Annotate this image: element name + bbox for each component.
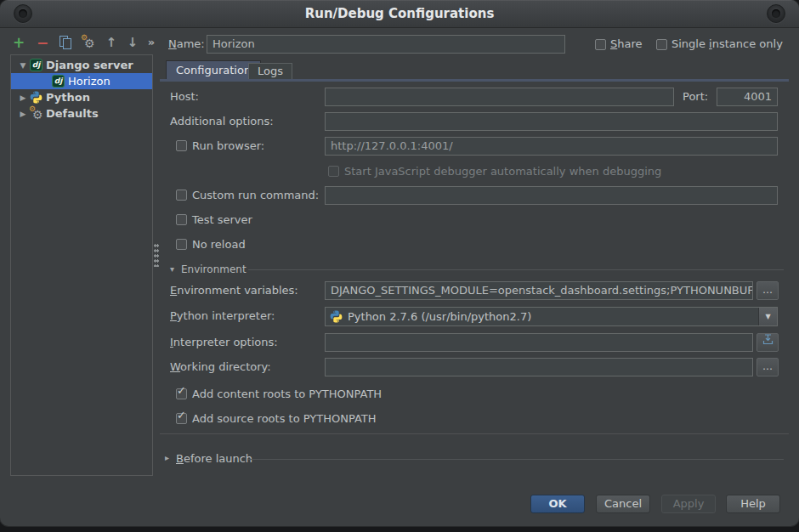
configurations-tree: ▼ dj Django server dj Horizon ▶ Python ▶… <box>10 54 153 476</box>
collapse-icon[interactable]: ▼ <box>18 61 28 70</box>
window-control-right-icon[interactable] <box>767 4 785 23</box>
remove-configuration-icon[interactable]: − <box>34 34 51 51</box>
environment-collapse-icon[interactable]: ▾ <box>170 263 174 275</box>
tree-item-django-server[interactable]: ▼ dj Django server <box>11 57 152 73</box>
title-bar[interactable]: Run/Debug Configurations <box>0 0 799 28</box>
share-checkbox[interactable] <box>595 39 606 50</box>
environment-variables-browse-button[interactable]: … <box>756 281 779 300</box>
tree-item-label: Horizon <box>68 75 110 88</box>
django-icon: dj <box>30 59 42 71</box>
dialog-title: Run/Debug Configurations <box>0 6 799 21</box>
port-label: Port: <box>683 88 708 106</box>
name-input[interactable]: Horizon <box>207 35 565 54</box>
expand-icon[interactable]: ▶ <box>18 93 28 102</box>
python-interpreter-label: Python interpreter: <box>170 307 275 325</box>
port-input[interactable]: 4001 <box>717 88 778 106</box>
tree-item-label: Defaults <box>46 107 99 120</box>
interpreter-options-label: Interpreter options: <box>170 333 278 352</box>
copy-configuration-icon[interactable] <box>60 36 73 50</box>
js-debugger-checkbox[interactable] <box>328 166 339 177</box>
add-content-roots-checkbox[interactable]: ✓ <box>176 388 187 399</box>
additional-options-label: Additional options: <box>170 112 274 131</box>
no-reload-label: No reload <box>192 235 246 254</box>
move-up-icon[interactable]: ↑ <box>104 34 119 51</box>
working-directory-browse-button[interactable]: … <box>756 358 779 376</box>
panel-splitter-handle[interactable] <box>154 243 159 267</box>
run-browser-checkbox[interactable] <box>176 140 187 151</box>
before-launch-separator <box>248 459 784 460</box>
python-interpreter-select[interactable]: Python 2.7.6 (/usr/bin/python2.7) ▼ <box>325 307 778 326</box>
interpreter-options-input[interactable] <box>325 333 753 352</box>
add-source-roots-checkbox[interactable]: ✓ <box>176 413 187 424</box>
add-configuration-icon[interactable]: + <box>10 34 27 51</box>
tree-item-horizon[interactable]: dj Horizon <box>11 73 152 89</box>
share-label: Share <box>610 35 643 54</box>
add-content-roots-label: Add content roots to PYTHONPATH <box>192 385 382 404</box>
interpreter-options-expand-button[interactable] <box>756 333 779 352</box>
dropdown-arrow-icon[interactable]: ▼ <box>758 308 777 325</box>
run-browser-label: Run browser: <box>192 137 264 156</box>
expand-icon[interactable]: ▶ <box>18 110 28 118</box>
no-reload-checkbox[interactable] <box>176 239 187 250</box>
single-instance-label: Single instance only <box>672 35 783 54</box>
name-label: Name: <box>168 35 205 54</box>
custom-run-command-label: Custom run command: <box>192 186 319 205</box>
help-button[interactable]: Help <box>726 495 780 513</box>
host-label: Host: <box>170 88 199 106</box>
move-down-icon[interactable]: ↓ <box>125 34 140 51</box>
python-icon <box>330 310 343 326</box>
js-debugger-label: Start JavaScript debugger automatically … <box>344 162 661 181</box>
more-actions-icon[interactable]: » <box>144 34 158 51</box>
apply-button[interactable]: Apply <box>661 495 716 513</box>
additional-options-input[interactable] <box>325 112 778 131</box>
custom-run-command-input[interactable] <box>325 186 778 205</box>
single-instance-checkbox[interactable] <box>656 39 667 50</box>
environment-variables-label: Environment variables: <box>170 281 298 300</box>
run-debug-configurations-dialog: Run/Debug Configurations + − ⚙ ⚙ ↑ ↓ » N… <box>0 0 799 526</box>
tree-item-label: Django server <box>46 59 133 71</box>
python-interpreter-value: Python 2.7.6 (/usr/bin/python2.7) <box>348 308 531 325</box>
before-launch-label[interactable]: Before launch <box>176 450 252 468</box>
defaults-settings-icon: ⚙ ⚙ <box>30 107 42 120</box>
edit-defaults-icon[interactable]: ⚙ ⚙ <box>81 35 98 51</box>
ok-button[interactable]: OK <box>530 495 585 513</box>
add-source-roots-label: Add source roots to PYTHONPATH <box>192 410 377 428</box>
environment-variables-input[interactable]: DJANGO_SETTINGS_MODULE=openstack_dashboa… <box>325 281 753 300</box>
tab-underline <box>160 79 789 82</box>
host-input[interactable] <box>325 88 674 106</box>
custom-run-command-checkbox[interactable] <box>176 190 187 201</box>
django-icon: dj <box>52 75 65 88</box>
panel-bottom-border <box>160 433 789 434</box>
expand-field-icon <box>762 334 774 345</box>
tree-item-label: Python <box>46 91 90 104</box>
test-server-checkbox[interactable] <box>176 214 187 225</box>
python-icon <box>30 91 42 104</box>
tree-item-defaults[interactable]: ▶ ⚙ ⚙ Defaults <box>11 105 152 122</box>
test-server-label: Test server <box>192 211 252 229</box>
cancel-button[interactable]: Cancel <box>596 495 650 513</box>
working-directory-input[interactable] <box>325 358 753 376</box>
working-directory-label: Working directory: <box>170 358 271 376</box>
before-launch-expand-icon[interactable]: ▸ <box>165 452 169 464</box>
environment-section-label[interactable]: Environment <box>181 263 246 276</box>
run-browser-url-input[interactable]: http://127.0.0.1:4001/ <box>325 137 778 156</box>
tab-logs[interactable]: Logs <box>248 63 292 79</box>
tab-configuration[interactable]: Configuration <box>166 60 261 79</box>
tree-item-python[interactable]: ▶ Python <box>11 89 152 105</box>
environment-separator <box>248 269 784 270</box>
